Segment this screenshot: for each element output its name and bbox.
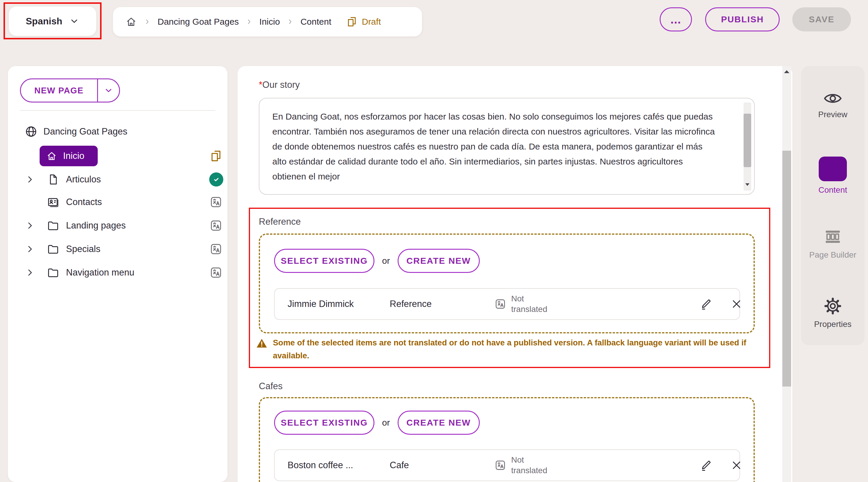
cafes-actions: SELECT EXISTING or CREATE NEW: [274, 410, 480, 435]
tab-page-builder-label: Page Builder: [809, 250, 856, 260]
sidebar-divider: [20, 110, 215, 111]
create-new-button[interactable]: CREATE NEW: [398, 249, 480, 273]
our-story-field-label: *Our story: [259, 80, 300, 90]
select-existing-button[interactable]: SELECT EXISTING: [274, 249, 374, 273]
warning-text: Some of the selected items are not trans…: [273, 336, 755, 362]
reference-selector-area: SELECT EXISTING or CREATE NEW Jimmie Dim…: [259, 233, 755, 333]
not-translated-icon: [209, 266, 223, 279]
not-translated-icon: [494, 459, 506, 472]
create-new-label: CREATE NEW: [406, 256, 471, 266]
view-mode-sidebar: Preview Content Page Builder Properties: [801, 66, 865, 345]
not-translated-icon: [209, 242, 223, 256]
cafe-item-row: Boston coffee ... Cafe Not translated: [274, 449, 740, 481]
more-actions-label: ...: [671, 13, 681, 26]
more-actions-button[interactable]: ...: [660, 7, 692, 31]
textarea-scrollbar-thumb[interactable]: [744, 114, 751, 167]
globe-icon: [24, 125, 38, 138]
translation-warning: Some of the selected items are not trans…: [256, 336, 755, 362]
publish-label: PUBLISH: [721, 15, 764, 24]
breadcrumb: Dancing Goat Pages Inicio Content Draft: [113, 7, 422, 36]
status-badge: Draft: [346, 16, 381, 28]
warning-triangle-icon: [256, 338, 268, 349]
language-selector[interactable]: Spanish: [9, 6, 96, 36]
item-type: Cafe: [390, 460, 409, 471]
our-story-textarea[interactable]: En Dancing Goat, nos esforzamos por hace…: [259, 98, 755, 195]
breadcrumb-separator-icon: [144, 18, 151, 26]
item-status: Not translated: [511, 293, 558, 315]
tab-content[interactable]: Content: [801, 157, 865, 195]
tree-row-landing-pages: Landing pages: [8, 214, 227, 237]
chevron-right-icon[interactable]: [25, 174, 35, 185]
tree-row-navigation-menu: Navigation menu: [8, 261, 227, 284]
create-new-button[interactable]: CREATE NEW: [398, 410, 480, 435]
breadcrumb-item-view[interactable]: Content: [301, 17, 331, 27]
tab-content-label: Content: [818, 185, 847, 195]
item-name: Jimmie Dimmick: [287, 299, 354, 309]
edit-pencil-icon[interactable]: [700, 459, 712, 472]
required-asterisk: *: [259, 80, 262, 90]
remove-x-icon[interactable]: [730, 459, 743, 472]
tab-properties[interactable]: Properties: [801, 297, 865, 329]
tab-properties-label: Properties: [814, 319, 851, 329]
scroll-up-arrow-icon[interactable]: [783, 69, 790, 74]
tree-root-row[interactable]: Dancing Goat Pages: [8, 120, 227, 143]
tab-preview[interactable]: Preview: [801, 91, 865, 119]
breadcrumb-item-page[interactable]: Inicio: [259, 17, 280, 27]
content-form-panel: *Our story En Dancing Goat, nos esforzam…: [238, 66, 792, 482]
or-label: or: [382, 256, 390, 266]
eye-icon: [823, 91, 842, 106]
home-icon[interactable]: [125, 16, 137, 28]
chevron-right-icon[interactable]: [25, 244, 35, 254]
scroll-down-arrow-icon[interactable]: [745, 182, 750, 187]
edit-pencil-icon[interactable]: [700, 297, 712, 310]
publish-button[interactable]: PUBLISH: [705, 7, 780, 31]
reference-item-row: Jimmie Dimmick Reference Not translated: [274, 288, 740, 320]
folder-icon: [46, 219, 60, 232]
tree-item-navigation-menu[interactable]: Navigation menu: [66, 267, 134, 278]
not-translated-icon: [209, 219, 223, 232]
gear-icon: [824, 297, 842, 315]
contact-card-icon: [46, 196, 60, 208]
item-status: Not translated: [511, 455, 558, 476]
home-icon: [46, 150, 57, 162]
save-label: SAVE: [809, 15, 834, 24]
page-builder-icon: [824, 227, 842, 246]
not-translated-icon: [209, 195, 223, 209]
field-label-text: Our story: [262, 80, 300, 90]
breadcrumb-separator-icon: [245, 18, 253, 26]
select-existing-label: SELECT EXISTING: [281, 418, 368, 428]
item-type: Reference: [390, 299, 432, 309]
new-page-split-button: NEW PAGE: [20, 79, 120, 103]
breadcrumb-separator-icon: [286, 18, 294, 26]
folder-icon: [46, 243, 60, 256]
select-existing-label: SELECT EXISTING: [281, 256, 368, 266]
textarea-scrollbar: [744, 103, 751, 191]
save-button[interactable]: SAVE: [792, 7, 851, 31]
tab-preview-label: Preview: [818, 110, 847, 119]
tree-item-contacts[interactable]: Contacts: [66, 197, 102, 207]
tree-item-label: Inicio: [63, 151, 84, 161]
tree-item-landing-pages[interactable]: Landing pages: [66, 220, 126, 231]
new-page-label: NEW PAGE: [34, 86, 84, 95]
main-scrollbar-thumb[interactable]: [782, 151, 791, 387]
breadcrumb-item-site[interactable]: Dancing Goat Pages: [158, 17, 239, 27]
tree-item-articulos[interactable]: Articulos: [66, 174, 101, 185]
draft-pages-icon: [209, 149, 223, 163]
chevron-right-icon[interactable]: [25, 267, 35, 278]
chevron-right-icon[interactable]: [25, 221, 35, 231]
content-icon: [819, 157, 847, 181]
document-icon: [46, 173, 60, 186]
tab-page-builder[interactable]: Page Builder: [801, 227, 865, 260]
page-tree-panel: NEW PAGE Dancing Goat Pages Inicio: [8, 66, 227, 482]
tree-row-specials: Specials: [8, 237, 227, 261]
new-page-dropdown-button[interactable]: [98, 79, 119, 102]
select-existing-button[interactable]: SELECT EXISTING: [274, 410, 374, 435]
not-translated-icon: [494, 298, 506, 310]
tree-item-inicio[interactable]: Inicio: [40, 146, 98, 166]
remove-x-icon[interactable]: [730, 297, 743, 310]
status-badge-label: Draft: [362, 17, 381, 27]
new-page-button[interactable]: NEW PAGE: [21, 79, 97, 102]
tree-item-specials[interactable]: Specials: [66, 244, 100, 254]
tree-root-label[interactable]: Dancing Goat Pages: [43, 126, 127, 137]
reference-actions: SELECT EXISTING or CREATE NEW: [274, 249, 480, 273]
